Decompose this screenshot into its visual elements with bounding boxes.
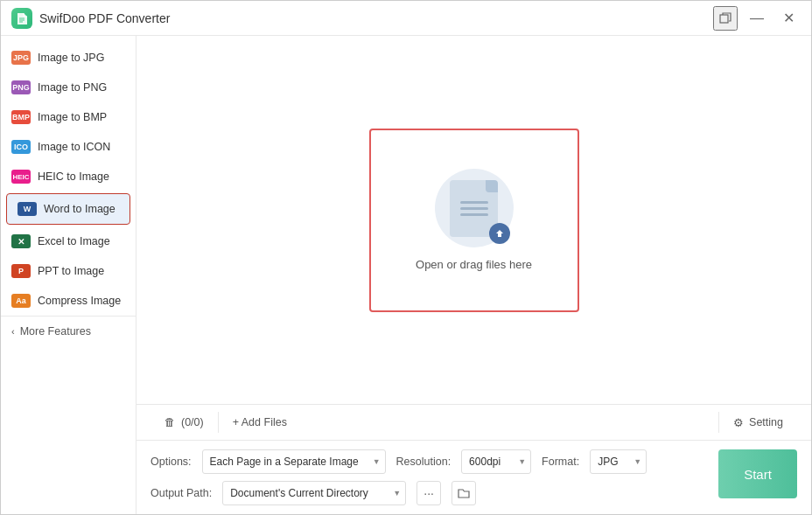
- browse-button[interactable]: ···: [416, 481, 441, 505]
- minimize-button[interactable]: —: [745, 6, 769, 31]
- sidebar-label-word-to-image: Word to Image: [44, 203, 116, 215]
- more-features-button[interactable]: ‹ More Features: [1, 316, 136, 346]
- sidebar-item-compress-image[interactable]: Aa Compress Image: [1, 286, 136, 316]
- bmp-icon: BMP: [11, 110, 31, 124]
- svg-rect-0: [720, 15, 728, 23]
- heic-icon: HEIC: [11, 170, 31, 184]
- restore-button[interactable]: [713, 6, 738, 31]
- resolution-select[interactable]: 600dpi: [461, 449, 531, 474]
- sidebar-item-heic-to-image[interactable]: HEIC HEIC to Image: [1, 162, 136, 191]
- output-path-label: Output Path:: [150, 487, 212, 499]
- resolution-select-wrapper: 600dpi: [461, 449, 531, 474]
- file-count: (0/0): [181, 416, 204, 428]
- format-select[interactable]: JPG: [590, 449, 647, 474]
- sidebar-item-image-to-icon[interactable]: ICO Image to ICON: [1, 132, 136, 162]
- png-icon: PNG: [11, 80, 31, 94]
- drop-zone[interactable]: Open or drag files here: [369, 129, 579, 312]
- format-label: Format:: [542, 456, 579, 468]
- bottom-section: Options: Each Page in a Separate Image R…: [136, 441, 811, 514]
- doc-line-3: [460, 213, 488, 216]
- word-icon: W: [18, 202, 37, 216]
- add-files-label: + Add Files: [233, 416, 287, 428]
- drop-zone-icon: [435, 169, 514, 247]
- start-button[interactable]: Start: [718, 449, 797, 498]
- sidebar-label-image-to-png: Image to PNG: [38, 81, 107, 94]
- sidebar-label-heic-to-image: HEIC to Image: [38, 171, 109, 183]
- options-select-wrapper: Each Page in a Separate Image: [202, 449, 386, 474]
- setting-label: Setting: [749, 416, 783, 428]
- upload-badge: [489, 223, 510, 244]
- options-section: Options: Each Page in a Separate Image R…: [150, 449, 704, 505]
- sidebar-item-word-to-image[interactable]: W Word to Image: [6, 193, 130, 225]
- jpg-icon: JPG: [11, 51, 31, 65]
- sidebar: JPG Image to JPG PNG Image to PNG BMP Im…: [1, 36, 136, 514]
- content-area: Open or drag files here 🗑 (0/0) + Add Fi…: [136, 36, 811, 514]
- chevron-left-icon: ‹: [11, 326, 15, 337]
- delete-button[interactable]: 🗑 (0/0): [150, 411, 218, 434]
- setting-button[interactable]: ⚙ Setting: [719, 411, 797, 435]
- sidebar-item-ppt-to-image[interactable]: P PPT to Image: [1, 256, 136, 286]
- resolution-label: Resolution:: [396, 456, 452, 468]
- options-row-1: Options: Each Page in a Separate Image R…: [150, 449, 704, 474]
- sidebar-item-image-to-jpg[interactable]: JPG Image to JPG: [1, 43, 136, 73]
- output-path-select[interactable]: Document's Current Directory: [222, 481, 406, 505]
- options-row-2: Output Path: Document's Current Director…: [150, 481, 704, 505]
- output-path-select-wrapper: Document's Current Directory: [222, 481, 406, 505]
- ppt-icon: P: [11, 264, 31, 278]
- ico-icon: ICO: [11, 140, 31, 154]
- app-title: SwifDoo PDF Converter: [39, 11, 713, 25]
- sidebar-item-excel-to-image[interactable]: ✕ Excel to Image: [1, 226, 136, 256]
- sidebar-label-image-to-jpg: Image to JPG: [38, 52, 104, 64]
- title-bar: SwifDoo PDF Converter — ✕: [1, 1, 811, 36]
- options-label: Options:: [150, 456, 192, 468]
- app-icon: [11, 8, 32, 29]
- window-controls: — ✕: [713, 6, 801, 31]
- format-select-wrapper: JPG: [590, 449, 647, 474]
- close-button[interactable]: ✕: [776, 6, 801, 31]
- drop-zone-text: Open or drag files here: [416, 258, 532, 271]
- compress-icon: Aa: [11, 294, 31, 308]
- sidebar-label-image-to-icon: Image to ICON: [38, 141, 110, 153]
- sidebar-label-compress-image: Compress Image: [38, 295, 121, 307]
- sidebar-label-image-to-bmp: Image to BMP: [38, 111, 107, 123]
- add-files-button[interactable]: + Add Files: [219, 411, 301, 434]
- more-features-label: More Features: [20, 325, 91, 338]
- trash-icon: 🗑: [164, 416, 176, 428]
- drop-zone-container: Open or drag files here: [136, 36, 811, 404]
- excel-icon: ✕: [11, 234, 31, 248]
- doc-line-2: [460, 207, 488, 210]
- sidebar-label-ppt-to-image: PPT to Image: [38, 265, 104, 277]
- options-select[interactable]: Each Page in a Separate Image: [202, 449, 386, 474]
- open-folder-button[interactable]: [452, 481, 476, 505]
- sidebar-item-image-to-png[interactable]: PNG Image to PNG: [1, 73, 136, 102]
- gear-icon: ⚙: [733, 416, 744, 429]
- sidebar-item-image-to-bmp[interactable]: BMP Image to BMP: [1, 102, 136, 132]
- sidebar-label-excel-to-image: Excel to Image: [38, 235, 110, 247]
- doc-line-1: [460, 201, 488, 204]
- toolbar: 🗑 (0/0) + Add Files ⚙ Setting: [136, 404, 811, 441]
